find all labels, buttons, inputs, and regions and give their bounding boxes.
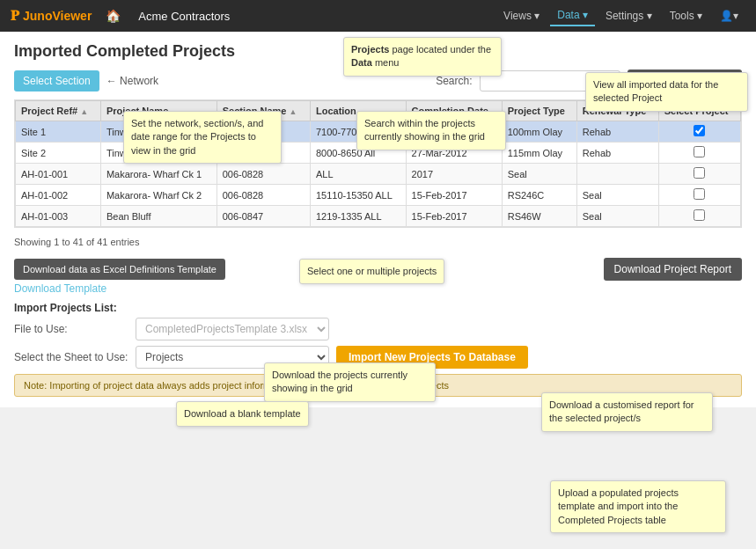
cell-select[interactable]: [658, 164, 740, 185]
cell-completion: 15-Feb-2017: [406, 185, 502, 206]
file-select[interactable]: CompletedProjectsTemplate 3.xlsx: [136, 318, 329, 340]
cell-section: 006-0828: [217, 185, 310, 206]
cell-type: RS246C: [502, 185, 576, 206]
main-content: Imported Completed Projects Select Secti…: [0, 32, 756, 407]
file-label: File to Use:: [14, 323, 128, 335]
callout-upload: Upload a populated projects template and…: [550, 480, 726, 533]
callout-select-projects: Select one or multiple projects: [299, 259, 444, 284]
brand-name: JunoViewer: [23, 9, 92, 23]
download-template-row: Download Template: [14, 282, 742, 295]
cell-renewal: Seal: [576, 206, 658, 227]
cell-type: RS46W: [502, 206, 576, 227]
cell-location: 15110-15350 ALL: [310, 185, 406, 206]
callout-download-report: Download a customised report for the sel…: [541, 392, 713, 432]
callout-set-network: Set the network, section/s, and date ran…: [123, 111, 282, 164]
footer-row: Showing 1 to 41 of 41 entries: [14, 233, 742, 251]
select-checkbox[interactable]: [694, 125, 705, 136]
cell-type: 100mm Olay: [502, 121, 576, 143]
select-checkbox[interactable]: [694, 167, 705, 179]
download-report-button[interactable]: Download Project Report: [604, 258, 742, 281]
cell-name: Makarora- Wharf Ck 1: [100, 164, 217, 185]
cell-name: Makarora- Wharf Ck 2: [100, 185, 217, 206]
company-name: Acme Contractors: [138, 10, 230, 23]
entries-label: Showing 1 to 41 of 41 entries: [14, 237, 139, 247]
callout-data-menu: Projects page located under the Data men…: [343, 37, 502, 77]
cell-ref: AH-01-003: [16, 206, 101, 227]
brand-logo: 𝐏 JunoViewer: [11, 8, 92, 24]
table-row[interactable]: AH-01-003 Bean Bluff 006-0847 1219-1335 …: [16, 206, 741, 227]
callout-view-all: View all imported data for the selected …: [585, 72, 748, 112]
select-section-button[interactable]: Select Section: [14, 70, 99, 92]
cell-completion: 15-Feb-2017: [406, 206, 502, 227]
cell-section: 006-0828: [217, 164, 310, 185]
col-type: Project Type: [502, 101, 576, 121]
select-checkbox[interactable]: [694, 188, 705, 200]
cell-renewal: Rehab: [576, 121, 658, 143]
download-template-link[interactable]: Download Template: [14, 282, 106, 295]
col-ref: Project Ref# ▲: [16, 101, 101, 121]
cell-select[interactable]: [658, 143, 740, 164]
select-checkbox[interactable]: [694, 146, 705, 157]
data-menu[interactable]: Data ▾: [550, 5, 595, 26]
settings-menu[interactable]: Settings ▾: [598, 6, 659, 26]
cell-renewal: [576, 164, 658, 185]
cell-location: 1219-1335 ALL: [310, 206, 406, 227]
table-row[interactable]: AH-01-001 Makarora- Wharf Ck 1 006-0828 …: [16, 164, 741, 185]
cell-select[interactable]: [658, 185, 740, 206]
navbar-right: Views ▾ Data ▾ Settings ▾ Tools ▾ 👤▾: [496, 5, 745, 26]
cell-ref: AH-01-001: [16, 164, 101, 185]
search-label: Search:: [436, 75, 472, 87]
cell-renewal: Seal: [576, 185, 658, 206]
network-label: ← Network: [106, 75, 158, 87]
cell-ref: Site 2: [16, 143, 101, 164]
file-row: File to Use: CompletedProjectsTemplate 3…: [14, 318, 742, 340]
callout-download-grid: Download the projects currently showing …: [264, 362, 436, 402]
views-menu[interactable]: Views ▾: [496, 6, 547, 26]
cell-renewal: Rehab: [576, 143, 658, 164]
excel-download-button[interactable]: Download data as Excel Definitions Templ…: [14, 259, 225, 280]
cell-select[interactable]: [658, 121, 740, 143]
select-checkbox[interactable]: [694, 209, 705, 221]
cell-section: 006-0847: [217, 206, 310, 227]
cell-select[interactable]: [658, 206, 740, 227]
cell-name: Bean Bluff: [100, 206, 217, 227]
import-label: Import Projects List:: [14, 302, 742, 314]
sheet-label: Select the Sheet to Use:: [14, 351, 128, 363]
tools-menu[interactable]: Tools ▾: [663, 6, 709, 26]
cell-completion: 2017: [406, 164, 502, 185]
cell-ref: Site 1: [16, 121, 101, 143]
cell-type: 115mm Olay: [502, 143, 576, 164]
home-icon[interactable]: 🏠: [106, 9, 121, 23]
navbar: 𝐏 JunoViewer 🏠 Acme Contractors Views ▾ …: [0, 0, 756, 32]
callout-search: Search within the projects currently sho…: [356, 111, 506, 150]
cell-type: Seal: [502, 164, 576, 185]
cell-ref: AH-01-002: [16, 185, 101, 206]
cell-location: ALL: [310, 164, 406, 185]
user-menu[interactable]: 👤▾: [713, 6, 745, 26]
p-icon: 𝐏: [11, 8, 19, 24]
table-row[interactable]: AH-01-002 Makarora- Wharf Ck 2 006-0828 …: [16, 185, 741, 206]
callout-download-blank: Download a blank template: [176, 401, 309, 427]
